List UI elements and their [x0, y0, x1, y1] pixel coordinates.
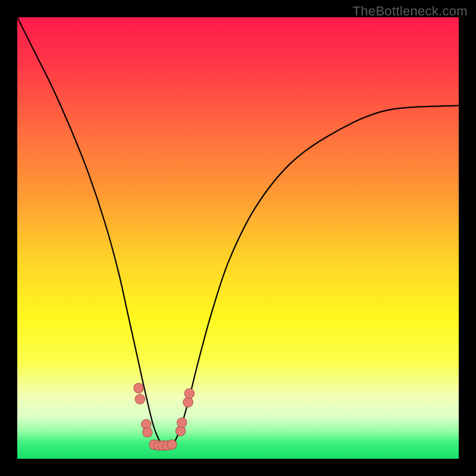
data-point [184, 389, 194, 398]
chart-frame: TheBottleneck.com [0, 0, 476, 476]
data-point [143, 427, 152, 437]
data-point [183, 397, 193, 407]
data-point [177, 418, 187, 427]
plot-inner [17, 17, 459, 459]
plot-area [17, 17, 459, 459]
data-point [167, 440, 177, 449]
data-markers [134, 383, 195, 450]
data-point [134, 383, 143, 393]
data-point [135, 394, 145, 404]
bottleneck-curve [17, 17, 459, 459]
watermark-text: TheBottleneck.com [353, 4, 468, 19]
